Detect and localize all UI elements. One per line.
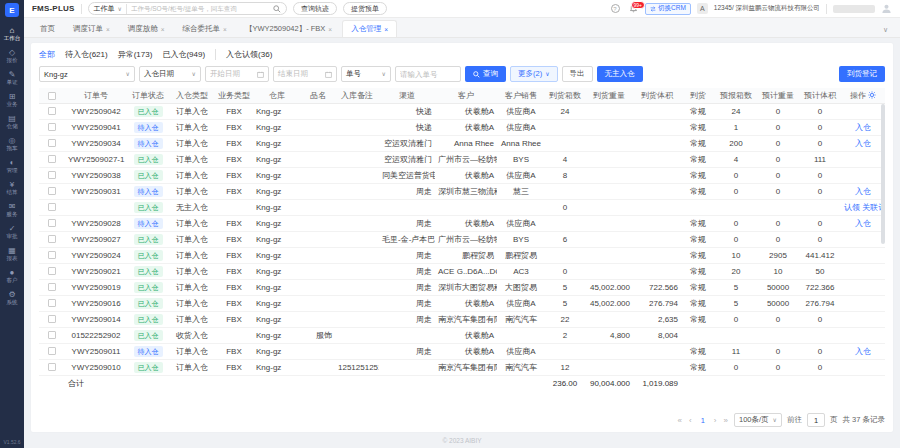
close-tab-icon[interactable]: × — [106, 26, 110, 33]
search-type-select[interactable]: 工作单 ∨ — [94, 4, 122, 14]
sidebar-item-报表[interactable]: ▦报表 — [3, 243, 21, 265]
sidebar-item-业务[interactable]: ⊞业务 — [3, 89, 21, 111]
close-tab-icon[interactable]: × — [384, 26, 388, 33]
select-all-checkbox[interactable] — [39, 88, 65, 103]
column-header-渠道: 渠道 — [379, 88, 435, 103]
row-checkbox[interactable] — [48, 363, 56, 371]
subtab-待入仓(621)[interactable]: 待入仓(621) — [65, 49, 108, 60]
action-入仓[interactable]: 入仓 — [855, 187, 871, 196]
row-checkbox[interactable] — [48, 299, 56, 307]
subtab-入仓认领(36)[interactable]: 入仓认领(36) — [215, 49, 272, 60]
sidebar-item-仓储[interactable]: ▤仓储 — [3, 111, 21, 133]
arrival-register-button[interactable]: 到货登记 — [839, 66, 885, 82]
row-checkbox[interactable] — [48, 139, 56, 147]
row-checkbox[interactable] — [48, 347, 56, 355]
subtab-全部[interactable]: 全部 — [39, 49, 55, 60]
row-checkbox[interactable] — [48, 107, 56, 115]
search-icon[interactable] — [273, 5, 281, 13]
customer: 深圳市慧三物流科技.. — [435, 183, 497, 199]
subtab-异常(173)[interactable]: 异常(173) — [118, 49, 153, 60]
row-checkbox[interactable] — [48, 123, 56, 131]
sidebar-item-结算[interactable]: ¥结算 — [3, 177, 21, 199]
close-tab-icon[interactable]: × — [161, 26, 165, 33]
sidebar-item-工作台[interactable]: ⌂工作台 — [3, 23, 21, 45]
row-checkbox[interactable] — [48, 235, 56, 243]
action-入仓[interactable]: 入仓 — [855, 123, 871, 132]
sidebar-item-label: 拖车 — [6, 145, 17, 151]
row-checkbox[interactable] — [48, 187, 56, 195]
prev-page-button[interactable]: ‹ — [688, 416, 693, 425]
goto-page-input[interactable] — [807, 413, 825, 427]
forecast-boxes — [715, 199, 757, 215]
app-logo[interactable]: E — [5, 3, 19, 17]
close-tab-icon[interactable]: × — [223, 26, 227, 33]
notification-bell-icon[interactable]: 99+ — [627, 3, 639, 15]
help-icon[interactable]: ? — [609, 3, 621, 15]
action-入仓[interactable]: 入仓 — [855, 219, 871, 228]
inbound-remark — [335, 311, 379, 327]
sidebar-item-客户[interactable]: ●客户 — [3, 265, 21, 287]
total-records: 共 37 条记录 — [842, 415, 885, 425]
sidebar-item-系统[interactable]: ⚙系统 — [3, 287, 21, 309]
sidebar-item-管理[interactable]: ◐管理 — [3, 155, 21, 177]
row-checkbox[interactable] — [48, 171, 56, 179]
channel — [379, 327, 435, 343]
ownerless-inbound-button[interactable]: 无主入仓 — [597, 66, 643, 82]
row-checkbox[interactable] — [48, 315, 56, 323]
tab-调度订单[interactable]: 调度订单× — [65, 21, 118, 37]
number-input[interactable] — [400, 70, 456, 79]
pickup-preorder-button[interactable]: 提货预单 — [343, 2, 387, 15]
row-checkbox[interactable] — [48, 267, 56, 275]
start-date-input[interactable]: 开始日期 — [205, 66, 269, 82]
search-button[interactable]: 查询 — [465, 66, 506, 82]
more-filters-button[interactable]: 更多(2) ∨ — [510, 66, 558, 82]
vertical-scrollbar[interactable] — [881, 104, 885, 244]
track-query-button[interactable]: 查询轨迹 — [293, 2, 337, 15]
tab-调度放舱[interactable]: 调度放舱× — [120, 21, 173, 37]
next-page-button[interactable]: › — [713, 416, 718, 425]
switch-crm-button[interactable]: 切换CRM — [645, 3, 691, 15]
row-checkbox[interactable] — [48, 155, 56, 163]
end-date-input[interactable]: 结束日期 — [273, 66, 337, 82]
action-入仓[interactable]: 入仓 — [855, 347, 871, 356]
last-page-button[interactable]: » — [723, 416, 729, 425]
tab-【YWY2509042】- FBX[interactable]: 【YWY2509042】- FBX× — [237, 21, 340, 37]
global-search-input[interactable] — [131, 5, 269, 12]
sidebar-item-单证[interactable]: ✎单证 — [3, 67, 21, 89]
order-no: YWY2509019 — [65, 279, 127, 295]
collapse-tabs-icon[interactable]: ∨ — [879, 23, 892, 37]
date-type-select[interactable]: 入仓日期 ∨ — [139, 66, 201, 82]
user-icon[interactable] — [881, 3, 892, 14]
page-size-select[interactable]: 100条/页 ∨ — [734, 413, 782, 427]
tab-首页[interactable]: 首页 — [32, 21, 63, 37]
current-page[interactable]: 1 — [698, 416, 708, 425]
action-认领[interactable]: 认领 — [844, 203, 860, 212]
column-settings-gear-icon[interactable] — [868, 91, 876, 99]
customer: 伏羲舱A — [435, 295, 497, 311]
row-checkbox[interactable] — [48, 331, 56, 339]
sidebar-item-报价[interactable]: ◇报价 — [3, 45, 21, 67]
column-header-到货体积: 到货体积 — [633, 88, 681, 103]
close-tab-icon[interactable]: × — [328, 26, 332, 33]
inbound-remark — [335, 119, 379, 135]
row-checkbox[interactable] — [48, 219, 56, 227]
summary-arrived-weight: 90,004.000 — [585, 375, 633, 392]
subtab-已入仓(949)[interactable]: 已入仓(949) — [162, 49, 205, 60]
action-入仓[interactable]: 入仓 — [855, 139, 871, 148]
warehouse-select[interactable]: Kng-gz ∨ — [39, 66, 135, 82]
row-checkbox[interactable] — [48, 203, 56, 211]
sidebar-item-审批[interactable]: ✓审批 — [3, 221, 21, 243]
calendar-icon — [257, 71, 264, 78]
tab-入仓管理[interactable]: 入仓管理× — [342, 20, 397, 37]
avatar[interactable]: A — [697, 3, 708, 14]
tab-综合委托单[interactable]: 综合委托单× — [175, 21, 235, 37]
row-checkbox[interactable] — [48, 251, 56, 259]
status-badge: 已入仓 — [134, 298, 163, 309]
sidebar-item-拖车[interactable]: ◎拖车 — [3, 133, 21, 155]
brand-text: FMS-PLUS — [32, 4, 75, 13]
sidebar-item-服务[interactable]: ✉服务 — [3, 199, 21, 221]
export-button[interactable]: 导出 — [562, 66, 593, 82]
row-checkbox[interactable] — [48, 283, 56, 291]
number-type-select[interactable]: 单号 ∨ — [341, 66, 391, 82]
first-page-button[interactable]: « — [677, 416, 683, 425]
